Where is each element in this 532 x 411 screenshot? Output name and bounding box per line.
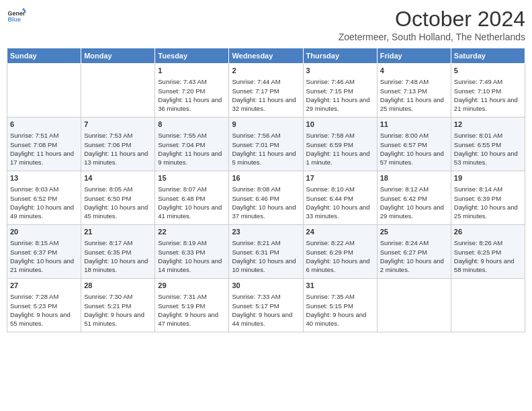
sunset-time: Sunset: 7:04 PM — [158, 141, 205, 148]
calendar-cell: 20Sunrise: 8:15 AMSunset: 6:37 PMDayligh… — [7, 225, 81, 279]
daylight-hours: Daylight: 11 hours and 17 minutes. — [10, 150, 74, 166]
sunset-time: Sunset: 6:27 PM — [380, 248, 427, 256]
daylight-hours: Daylight: 11 hours and 21 minutes. — [454, 96, 518, 112]
day-number: 14 — [84, 173, 152, 183]
calendar-cell: 30Sunrise: 7:33 AMSunset: 5:17 PMDayligh… — [229, 279, 303, 332]
calendar-cell: 6Sunrise: 7:51 AMSunset: 7:08 PMDaylight… — [7, 118, 81, 171]
calendar-cell: 17Sunrise: 8:10 AMSunset: 6:44 PMDayligh… — [303, 171, 377, 225]
sunset-time: Sunset: 6:39 PM — [454, 195, 501, 202]
sunset-time: Sunset: 7:17 PM — [232, 87, 279, 95]
day-number: 2 — [232, 66, 300, 76]
calendar-cell: 14Sunrise: 8:05 AMSunset: 6:50 PMDayligh… — [81, 171, 155, 225]
sunset-time: Sunset: 7:10 PM — [454, 87, 501, 95]
sunrise-time: Sunrise: 7:46 AM — [306, 78, 355, 85]
daylight-hours: Daylight: 11 hours and 1 minute. — [306, 150, 370, 166]
sunset-time: Sunset: 7:15 PM — [306, 87, 353, 95]
svg-text:Blue: Blue — [7, 16, 21, 23]
calendar-cell: 21Sunrise: 8:17 AMSunset: 6:35 PMDayligh… — [81, 225, 155, 279]
sunset-time: Sunset: 6:35 PM — [84, 248, 131, 256]
location-subtitle: Zoetermeer, South Holland, The Netherlan… — [339, 32, 525, 42]
daylight-hours: Daylight: 9 hours and 40 minutes. — [306, 311, 367, 327]
daylight-hours: Daylight: 10 hours and 41 minutes. — [158, 203, 222, 220]
daylight-hours: Daylight: 11 hours and 9 minutes. — [158, 150, 222, 166]
sunrise-time: Sunrise: 8:03 AM — [10, 185, 58, 193]
calendar-cell: 25Sunrise: 8:24 AMSunset: 6:27 PMDayligh… — [377, 225, 451, 279]
sunset-time: Sunset: 6:29 PM — [306, 248, 353, 256]
daylight-hours: Daylight: 9 hours and 44 minutes. — [232, 311, 292, 327]
daylight-hours: Daylight: 10 hours and 6 minutes. — [306, 257, 370, 273]
sunset-time: Sunset: 6:42 PM — [380, 195, 427, 202]
sunrise-time: Sunrise: 7:28 AM — [10, 293, 58, 300]
sunrise-time: Sunrise: 8:07 AM — [158, 185, 206, 193]
sunset-time: Sunset: 5:21 PM — [84, 302, 131, 310]
sunset-time: Sunset: 6:50 PM — [84, 195, 131, 202]
sunset-time: Sunset: 6:44 PM — [306, 195, 353, 202]
sunrise-time: Sunrise: 7:30 AM — [84, 293, 132, 300]
day-number: 17 — [306, 173, 374, 183]
daylight-hours: Daylight: 9 hours and 58 minutes. — [454, 257, 515, 273]
sunset-time: Sunset: 7:20 PM — [158, 87, 205, 95]
sunrise-time: Sunrise: 7:53 AM — [84, 132, 132, 139]
calendar-cell: 23Sunrise: 8:21 AMSunset: 6:31 PMDayligh… — [229, 225, 303, 279]
sunset-time: Sunset: 6:46 PM — [232, 195, 279, 202]
calendar-table: SundayMondayTuesdayWednesdayThursdayFrid… — [7, 48, 525, 332]
day-number: 12 — [454, 120, 522, 130]
week-row-5: 27Sunrise: 7:28 AMSunset: 5:23 PMDayligh… — [7, 279, 525, 332]
sunrise-time: Sunrise: 8:22 AM — [306, 239, 355, 246]
sunrise-time: Sunrise: 7:35 AM — [306, 293, 355, 300]
weekday-header-monday: Monday — [81, 48, 155, 64]
sunset-time: Sunset: 7:08 PM — [10, 141, 57, 148]
sunrise-time: Sunrise: 7:48 AM — [380, 78, 429, 85]
weekday-header-friday: Friday — [377, 48, 451, 64]
calendar-cell: 11Sunrise: 8:00 AMSunset: 6:57 PMDayligh… — [377, 118, 451, 171]
sunrise-time: Sunrise: 8:24 AM — [380, 239, 429, 246]
daylight-hours: Daylight: 11 hours and 5 minutes. — [232, 150, 296, 166]
sunset-time: Sunset: 5:17 PM — [232, 302, 279, 310]
week-row-3: 13Sunrise: 8:03 AMSunset: 6:52 PMDayligh… — [7, 171, 525, 225]
daylight-hours: Daylight: 10 hours and 18 minutes. — [84, 257, 148, 273]
day-number: 10 — [306, 120, 374, 130]
day-number: 30 — [232, 281, 300, 291]
day-number: 25 — [380, 227, 448, 237]
calendar-cell: 4Sunrise: 7:48 AMSunset: 7:13 PMDaylight… — [377, 64, 451, 118]
calendar-cell: 27Sunrise: 7:28 AMSunset: 5:23 PMDayligh… — [7, 279, 81, 332]
day-number: 31 — [306, 281, 374, 291]
day-number: 7 — [84, 120, 152, 130]
day-number: 28 — [84, 281, 152, 291]
day-number: 9 — [232, 120, 300, 130]
calendar-cell: 15Sunrise: 8:07 AMSunset: 6:48 PMDayligh… — [155, 171, 229, 225]
daylight-hours: Daylight: 9 hours and 55 minutes. — [10, 311, 71, 327]
weekday-header-row: SundayMondayTuesdayWednesdayThursdayFrid… — [7, 48, 525, 64]
calendar-cell — [377, 279, 451, 332]
calendar-cell: 10Sunrise: 7:58 AMSunset: 6:59 PMDayligh… — [303, 118, 377, 171]
day-number: 13 — [10, 173, 78, 183]
daylight-hours: Daylight: 11 hours and 32 minutes. — [232, 96, 296, 112]
daylight-hours: Daylight: 10 hours and 14 minutes. — [158, 257, 222, 273]
calendar-cell: 3Sunrise: 7:46 AMSunset: 7:15 PMDaylight… — [303, 64, 377, 118]
calendar-cell: 31Sunrise: 7:35 AMSunset: 5:15 PMDayligh… — [303, 279, 377, 332]
daylight-hours: Daylight: 10 hours and 21 minutes. — [10, 257, 74, 273]
calendar-cell — [7, 64, 81, 118]
day-number: 1 — [158, 66, 226, 76]
sunset-time: Sunset: 6:25 PM — [454, 248, 501, 256]
sunrise-time: Sunrise: 7:58 AM — [306, 132, 355, 139]
calendar-cell: 16Sunrise: 8:08 AMSunset: 6:46 PMDayligh… — [229, 171, 303, 225]
sunrise-time: Sunrise: 8:00 AM — [380, 132, 429, 139]
day-number: 18 — [380, 173, 448, 183]
sunrise-time: Sunrise: 8:21 AM — [232, 239, 280, 246]
daylight-hours: Daylight: 10 hours and 33 minutes. — [306, 203, 370, 220]
week-row-2: 6Sunrise: 7:51 AMSunset: 7:08 PMDaylight… — [7, 118, 525, 171]
daylight-hours: Daylight: 9 hours and 47 minutes. — [158, 311, 218, 327]
title-block: October 2024 Zoetermeer, South Holland, … — [339, 7, 525, 42]
daylight-hours: Daylight: 10 hours and 25 minutes. — [454, 203, 518, 220]
sunset-time: Sunset: 5:15 PM — [306, 302, 353, 310]
daylight-hours: Daylight: 10 hours and 53 minutes. — [454, 150, 518, 166]
calendar-cell — [451, 279, 525, 332]
sunset-time: Sunset: 6:31 PM — [232, 248, 279, 256]
calendar-cell: 7Sunrise: 7:53 AMSunset: 7:06 PMDaylight… — [81, 118, 155, 171]
day-number: 20 — [10, 227, 78, 237]
calendar-cell — [81, 64, 155, 118]
calendar-cell: 24Sunrise: 8:22 AMSunset: 6:29 PMDayligh… — [303, 225, 377, 279]
month-title: October 2024 — [339, 7, 525, 32]
daylight-hours: Daylight: 10 hours and 57 minutes. — [380, 150, 444, 166]
